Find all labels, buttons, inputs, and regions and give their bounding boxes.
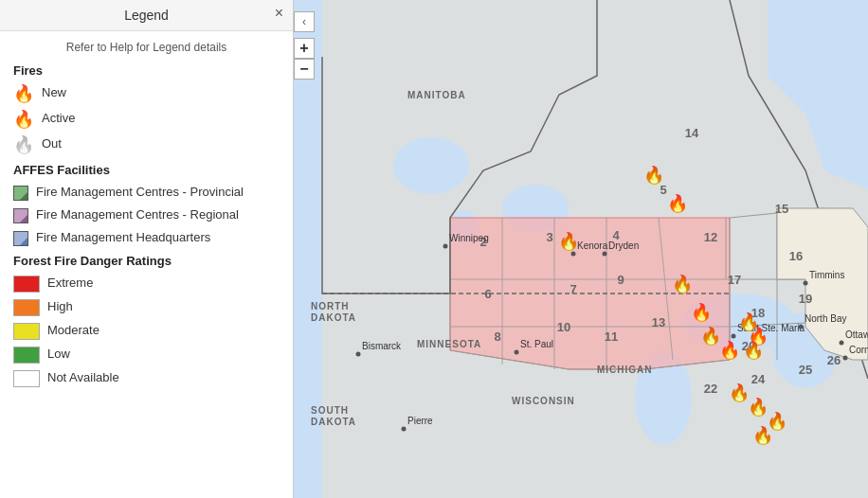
danger-color-box	[13, 323, 40, 340]
map-container[interactable]: ‹ + −	[294, 0, 868, 498]
legend-collapse-button[interactable]: ‹	[294, 11, 315, 32]
legend-item-regional: Fire Management Centres - Regional	[13, 205, 280, 223]
legend-item-provincial: Fire Management Centres - Provincial	[13, 183, 280, 201]
danger-item: Moderate	[13, 321, 280, 340]
city-dot	[356, 352, 361, 357]
danger-label: High	[47, 297, 73, 315]
legend-item-new: 🔥 New	[13, 83, 280, 104]
danger-color-box	[13, 276, 40, 293]
legend-close-button[interactable]: ×	[275, 6, 283, 21]
legend-help-text: Refer to Help for Legend details	[13, 41, 280, 54]
legend-item-hq: Fire Management Headquarters	[13, 228, 280, 246]
danger-item: Extreme	[13, 274, 280, 293]
danger-label: Low	[47, 345, 70, 363]
fire-new-label: New	[42, 83, 66, 101]
city-dot	[515, 350, 519, 355]
danger-color-box	[13, 370, 40, 387]
fire-active-icon: 🔥	[13, 109, 34, 130]
city-label: St. Paul	[520, 339, 553, 349]
city-dot	[443, 244, 448, 249]
fire-marker: 🔥	[558, 231, 579, 252]
zoom-in-button[interactable]: +	[294, 38, 315, 59]
danger-label: Moderate	[47, 321, 99, 339]
city-label: North Bay	[805, 313, 846, 324]
city-label: Kenora	[577, 240, 607, 251]
fire-out-label: Out	[42, 134, 62, 152]
hq-label: Fire Management Headquarters	[36, 228, 210, 246]
legend-item-out: 🔥 Out	[13, 134, 280, 155]
fire-marker: 🔥	[643, 165, 664, 186]
city-label: Timmins	[809, 270, 844, 280]
danger-section-title: Forest Fire Danger Ratings	[13, 254, 280, 268]
city-label: Winnipeg	[449, 233, 489, 243]
fire-marker: 🔥	[667, 193, 688, 214]
fire-marker: 🔥	[748, 397, 769, 418]
fire-marker: 🔥	[672, 274, 693, 294]
fire-marker: 🔥	[691, 302, 712, 323]
city-dot	[603, 252, 607, 257]
hq-icon	[13, 231, 28, 246]
provincial-label: Fire Management Centres - Provincial	[36, 183, 244, 201]
danger-item: Not Available	[13, 368, 280, 387]
fire-out-icon: 🔥	[13, 134, 34, 155]
city-dot	[799, 325, 804, 329]
legend-title: Legend	[124, 8, 169, 23]
city-dot	[732, 334, 736, 339]
danger-items: ExtremeHighModerateLowNot Available	[13, 274, 280, 387]
regional-label: Fire Management Centres - Regional	[36, 205, 239, 223]
city-dot	[571, 252, 576, 257]
city-label: Cornwall	[849, 345, 868, 355]
danger-color-box	[13, 347, 40, 364]
regional-icon	[13, 208, 28, 223]
fire-marker: 🔥	[743, 340, 764, 361]
zoom-out-button[interactable]: −	[294, 59, 315, 80]
danger-label: Extreme	[47, 274, 93, 292]
city-label: Dryden	[608, 240, 639, 251]
svg-point-5	[393, 137, 469, 194]
city-dot	[402, 427, 407, 432]
city-label: Pierre	[407, 416, 433, 426]
fire-marker: 🔥	[729, 382, 750, 403]
fire-marker: 🔥	[752, 425, 773, 446]
city-dot	[804, 281, 808, 286]
city-dot	[843, 356, 848, 361]
fire-marker: 🔥	[700, 326, 721, 347]
city-label: Ottawa	[845, 329, 868, 340]
legend-item-active: 🔥 Active	[13, 109, 280, 130]
city-dot	[840, 341, 844, 346]
danger-label: Not Available	[47, 368, 119, 386]
legend-header: Legend ×	[0, 0, 293, 31]
danger-item: High	[13, 297, 280, 316]
provincial-icon	[13, 186, 28, 201]
facilities-section-title: AFFES Facilities	[13, 163, 280, 177]
legend-panel: Legend × Refer to Help for Legend detail…	[0, 0, 294, 498]
danger-color-box	[13, 299, 40, 316]
fires-section-title: Fires	[13, 63, 280, 78]
fire-new-icon: 🔥	[13, 83, 34, 104]
fire-marker: 🔥	[719, 340, 740, 361]
zoom-controls: + −	[294, 38, 315, 80]
city-label: Bismarck	[362, 341, 401, 351]
fire-active-label: Active	[42, 109, 75, 127]
danger-item: Low	[13, 345, 280, 364]
legend-body: Refer to Help for Legend details Fires 🔥…	[0, 31, 293, 498]
